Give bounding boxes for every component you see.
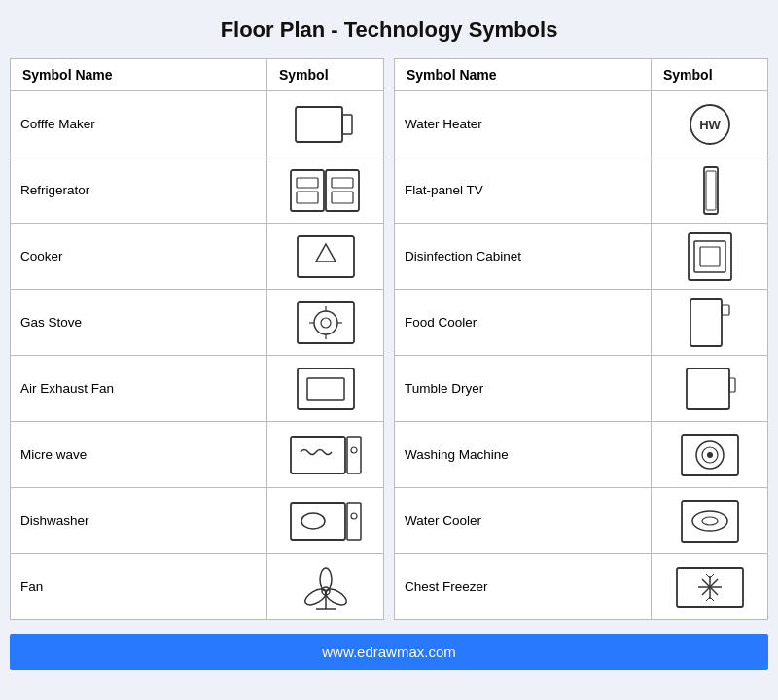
table-row: Refrigerator	[11, 158, 384, 224]
svg-marker-9	[316, 244, 336, 262]
svg-point-21	[351, 447, 357, 453]
svg-point-46	[707, 452, 713, 458]
symbol-name: Disinfection Cabinet	[395, 224, 652, 290]
symbol-name: Chest Freezer	[395, 554, 652, 620]
svg-rect-3	[297, 178, 318, 188]
symbol-cell	[267, 356, 384, 422]
svg-rect-18	[307, 378, 344, 400]
symbol-cell	[652, 224, 768, 290]
right-col1-header: Symbol Name	[395, 59, 652, 91]
table-row: Water Cooler	[395, 488, 768, 554]
svg-point-27	[323, 586, 349, 608]
svg-rect-5	[326, 170, 359, 211]
symbol-name: Refrigerator	[11, 158, 267, 224]
page-title: Floor Plan - Technology Symbols	[221, 18, 558, 43]
footer: www.edrawmax.com	[10, 634, 768, 670]
svg-rect-37	[694, 241, 725, 272]
symbol-cell	[652, 290, 768, 356]
svg-rect-8	[298, 236, 354, 277]
table-row: Disinfection Cabinet	[395, 224, 768, 290]
svg-rect-39	[690, 299, 722, 346]
svg-point-11	[314, 311, 337, 334]
table-row: Tumble Dryer	[395, 356, 768, 422]
svg-rect-4	[297, 192, 318, 203]
symbol-name: Fan	[11, 554, 267, 620]
svg-rect-7	[332, 192, 353, 203]
symbol-name: Cofffe Maker	[11, 91, 267, 158]
svg-rect-42	[729, 378, 735, 392]
symbol-name: Tumble Dryer	[395, 356, 652, 422]
symbol-cell	[267, 224, 384, 290]
symbol-cell	[652, 488, 768, 554]
symbol-name: Dishwasher	[11, 488, 267, 554]
table-row: Chest Freezer	[395, 554, 768, 620]
table-row: Air Exhaust Fan	[11, 356, 384, 422]
symbol-name: Micre wave	[11, 422, 267, 488]
svg-rect-6	[332, 178, 353, 188]
svg-rect-40	[722, 305, 729, 315]
symbol-name: Air Exhaust Fan	[11, 356, 267, 422]
symbol-cell	[267, 91, 384, 158]
svg-point-12	[321, 318, 331, 328]
right-table: Symbol Name Symbol Water Heater HW Flat-…	[394, 58, 768, 620]
symbol-cell	[652, 554, 768, 620]
right-col2-header: Symbol	[652, 59, 768, 91]
left-table: Symbol Name Symbol Cofffe Maker Refriger…	[10, 58, 384, 620]
symbol-cell	[267, 488, 384, 554]
table-row: Fan	[11, 554, 384, 620]
table-row: Water Heater HW	[395, 91, 768, 158]
table-row: Micre wave	[11, 422, 384, 488]
svg-point-25	[351, 513, 357, 519]
left-col2-header: Symbol	[267, 59, 384, 91]
svg-rect-47	[682, 501, 738, 542]
table-row: Dishwasher	[11, 488, 384, 554]
table-row: Flat-panel TV	[395, 158, 768, 224]
symbol-name: Cooker	[11, 224, 267, 290]
svg-rect-1	[342, 115, 352, 134]
svg-rect-20	[347, 437, 361, 473]
svg-rect-0	[296, 107, 342, 142]
svg-rect-41	[687, 368, 729, 409]
symbol-name: Washing Machine	[395, 422, 652, 488]
symbol-cell	[267, 422, 384, 488]
svg-text:HW: HW	[699, 118, 721, 132]
symbol-name: Flat-panel TV	[395, 158, 652, 224]
left-col1-header: Symbol Name	[11, 59, 267, 91]
table-row: Food Cooler	[395, 290, 768, 356]
svg-point-23	[301, 513, 325, 529]
svg-rect-35	[706, 171, 716, 210]
svg-rect-17	[298, 368, 354, 409]
symbol-name: Gas Stove	[11, 290, 267, 356]
symbol-cell	[267, 554, 384, 620]
svg-rect-19	[291, 437, 345, 473]
svg-point-49	[702, 517, 718, 525]
symbol-cell	[267, 290, 384, 356]
svg-point-48	[692, 511, 727, 531]
table-row: Gas Stove	[11, 290, 384, 356]
symbol-cell	[267, 158, 384, 224]
svg-rect-2	[291, 170, 324, 211]
svg-rect-24	[347, 503, 361, 540]
symbol-cell	[652, 356, 768, 422]
table-row: Cooker	[11, 224, 384, 290]
table-row: Cofffe Maker	[11, 91, 384, 158]
svg-point-28	[302, 586, 329, 608]
table-row: Washing Machine	[395, 422, 768, 488]
symbol-cell	[652, 422, 768, 488]
symbol-cell	[652, 158, 768, 224]
symbol-name: Water Cooler	[395, 488, 652, 554]
symbol-name: Water Heater	[395, 91, 652, 158]
symbol-name: Food Cooler	[395, 290, 652, 356]
svg-rect-22	[291, 503, 345, 540]
svg-rect-38	[700, 247, 720, 266]
symbol-cell: HW	[652, 91, 768, 158]
